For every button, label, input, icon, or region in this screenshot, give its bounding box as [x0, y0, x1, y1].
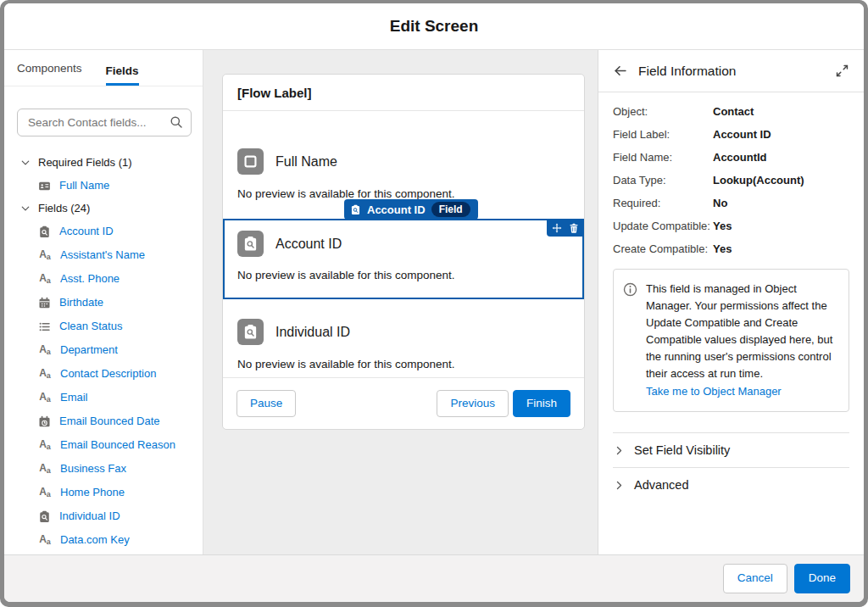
text-type-icon: Aa: [38, 368, 52, 380]
chevron-down-icon: [20, 203, 31, 214]
component-full-name[interactable]: Full Name No preview is available for th…: [223, 148, 584, 200]
sidebar-item-assistants-name[interactable]: Aa Assistant's Name: [4, 243, 203, 267]
section-required-fields[interactable]: Required Fields (1): [4, 152, 203, 174]
dialog-frame: Edit Screen Components Fields: [0, 0, 868, 607]
back-arrow-icon[interactable]: [613, 64, 627, 78]
field-link-label: Assistant's Name: [60, 248, 145, 262]
info-label: Update Compatible:: [613, 219, 713, 234]
done-button[interactable]: Done: [794, 564, 850, 593]
info-label: Object:: [613, 104, 713, 120]
sidebar-item-email-bounced-reason[interactable]: Aa Email Bounced Reason: [4, 433, 203, 457]
section-label: Required Fields (1): [38, 156, 132, 170]
section-set-field-visibility[interactable]: Set Field Visibility: [613, 433, 849, 468]
flow-label-header: [Flow Label]: [223, 75, 584, 111]
sidebar-item-individual-id[interactable]: Individual ID: [4, 504, 203, 528]
section-label: Set Field Visibility: [634, 443, 730, 457]
text-type-icon: Aa: [38, 487, 52, 498]
date-icon: [38, 297, 51, 309]
pause-button[interactable]: Pause: [236, 390, 296, 417]
info-value: Account ID: [713, 127, 771, 142]
dialog-footer: Cancel Done: [4, 554, 864, 602]
screen-canvas: [Flow Label] Full Name No preview is ava…: [203, 50, 598, 554]
lookup-icon: [237, 231, 264, 257]
lookup-icon: [237, 319, 264, 345]
component-label: Account ID: [275, 237, 342, 252]
sidebar-item-department[interactable]: Aa Department: [4, 338, 203, 362]
tab-fields[interactable]: Fields: [106, 64, 139, 86]
field-link-label: Email Bounced Reason: [60, 438, 175, 452]
idcard-icon: [38, 180, 51, 192]
chevron-right-icon: [614, 445, 625, 456]
info-row-data-type: Data Type: Lookup(Account): [613, 173, 849, 188]
field-link-label: Business Fax: [60, 462, 126, 476]
text-type-icon: Aa: [38, 534, 52, 546]
object-manager-link[interactable]: Take me to Object Manager: [646, 383, 839, 400]
cancel-button[interactable]: Cancel: [723, 564, 787, 593]
component-label: Individual ID: [275, 325, 350, 340]
field-link-label: Asst. Phone: [60, 272, 120, 286]
sidebar-item-datacom-key[interactable]: Aa Data.com Key: [4, 528, 203, 552]
sidebar-item-birthdate[interactable]: Birthdate: [4, 291, 203, 315]
finish-button[interactable]: Finish: [513, 390, 570, 417]
lookup-icon: [350, 204, 361, 215]
expand-icon[interactable]: [835, 64, 849, 78]
component-preview-text: No preview is available for this compone…: [237, 269, 570, 281]
sidebar-tabs: Components Fields: [4, 50, 203, 86]
field-link-label: Home Phone: [60, 486, 125, 499]
chevron-right-icon: [614, 480, 625, 491]
sidebar-item-email-bounced-date[interactable]: Email Bounced Date: [4, 409, 203, 433]
tab-components[interactable]: Components: [17, 62, 82, 86]
info-row-field-name: Field Name: AccountId: [613, 150, 849, 165]
edit-screen-dialog: Edit Screen Components Fields: [4, 3, 864, 602]
component-account-id-selected[interactable]: Account ID Field Account ID: [223, 219, 584, 299]
move-icon[interactable]: [552, 223, 562, 233]
trash-icon[interactable]: [569, 223, 579, 233]
sidebar-item-account-id[interactable]: Account ID: [4, 220, 203, 243]
field-link-label: Email Bounced Date: [59, 415, 160, 428]
sidebar-item-contact-description[interactable]: Aa Contact Description: [4, 362, 203, 386]
sidebar-item-asst-phone[interactable]: Aa Asst. Phone: [4, 267, 203, 291]
sidebar-item-home-phone[interactable]: Aa Home Phone: [4, 481, 203, 504]
section-advanced[interactable]: Advanced: [613, 468, 849, 502]
info-label: Create Compatible:: [613, 242, 713, 257]
field-link-label: Contact Description: [60, 367, 156, 381]
field-link-label: Account ID: [59, 225, 114, 238]
component-preview-text: No preview is available for this compone…: [237, 358, 570, 370]
sidebar-item-business-fax[interactable]: Aa Business Fax: [4, 457, 203, 481]
sidebar-item-clean-status[interactable]: Clean Status: [4, 315, 203, 338]
sidebar-item-email[interactable]: Aa Email: [4, 386, 203, 409]
field-link-label: Data.com Key: [60, 533, 130, 547]
fields-sidebar: Components Fields Required Fields (1): [4, 50, 203, 554]
info-label: Field Name:: [613, 150, 713, 165]
section-fields[interactable]: Fields (24): [4, 198, 203, 220]
field-link-label: Full Name: [59, 179, 109, 192]
tooltip-label: Account ID: [367, 203, 426, 216]
dialog-titlebar: Edit Screen: [4, 3, 864, 50]
search-input[interactable]: [17, 109, 192, 136]
selection-toolbar: [547, 219, 584, 237]
info-row-required: Required: No: [613, 196, 849, 211]
fields-tree: Required Fields (1) Full Name Fields (24…: [4, 148, 203, 554]
field-link-label: Individual ID: [59, 510, 120, 523]
info-value: AccountId: [713, 150, 767, 165]
info-value: Yes: [713, 242, 732, 257]
text-type-icon: Aa: [38, 249, 52, 261]
component-label: Full Name: [275, 154, 337, 170]
search-icon: [170, 115, 183, 129]
field-information-panel: Field Information Object: Contact Field …: [598, 50, 864, 554]
notice-text: This field is managed in Object Manager.…: [646, 282, 832, 380]
text-type-icon: Aa: [38, 273, 52, 285]
screen-nav-footer: Pause Previous Finish: [223, 377, 584, 429]
panel-header: Field Information: [598, 50, 864, 92]
section-label: Advanced: [634, 478, 689, 492]
component-individual-id[interactable]: Individual ID No preview is available fo…: [223, 319, 584, 370]
field-link-label: Email: [60, 391, 88, 404]
panel-title: Field Information: [638, 64, 736, 79]
lookup-icon: [38, 226, 51, 238]
info-value: Yes: [713, 219, 732, 234]
field-link-label: Clean Status: [59, 320, 122, 333]
previous-button[interactable]: Previous: [437, 390, 509, 417]
info-value: Lookup(Account): [713, 173, 804, 188]
info-value: Contact: [713, 104, 754, 120]
sidebar-item-full-name[interactable]: Full Name: [4, 174, 203, 198]
